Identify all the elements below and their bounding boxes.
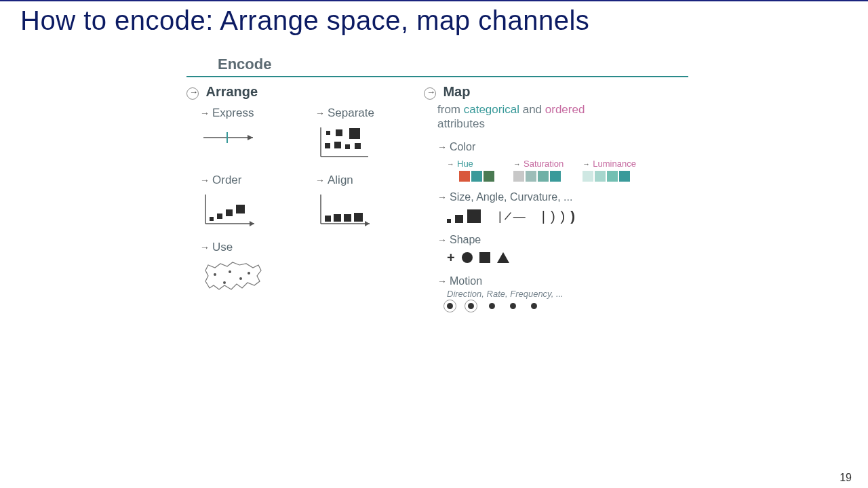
bullet-circle-arrow-icon — [424, 87, 436, 100]
svg-rect-17 — [226, 209, 233, 216]
separate-icon — [315, 124, 376, 161]
encode-header: Encode — [218, 56, 688, 73]
svg-point-29 — [223, 281, 226, 284]
shape-label: Shape — [450, 234, 481, 245]
plus-icon: + — [447, 250, 455, 266]
swatch — [607, 171, 618, 182]
arrange-align: →Align — [315, 174, 431, 228]
svg-rect-15 — [210, 217, 214, 221]
svg-rect-10 — [345, 144, 350, 149]
swatch — [513, 171, 524, 182]
svg-rect-18 — [236, 205, 245, 214]
svg-rect-11 — [355, 143, 361, 149]
svg-marker-1 — [248, 135, 253, 140]
svg-point-27 — [229, 270, 231, 273]
svg-point-30 — [248, 272, 250, 274]
svg-point-26 — [214, 273, 216, 276]
luminance-swatches — [583, 171, 636, 182]
motion-dot-icon — [447, 303, 453, 309]
map-color: →Color →Hue — [437, 141, 688, 182]
arrow-icon: → — [437, 276, 447, 287]
svg-rect-5 — [326, 131, 330, 135]
svg-marker-14 — [250, 221, 254, 226]
arrow-icon: → — [200, 175, 210, 186]
arrange-use: →Use — [200, 241, 315, 296]
swatch — [447, 171, 458, 182]
map-description: from categorical and ordered attributes — [437, 102, 688, 131]
swatch — [484, 171, 494, 182]
triangle-icon — [497, 252, 509, 263]
svg-rect-9 — [334, 142, 341, 148]
map-column: Map from categorical and ordered attribu… — [424, 84, 688, 319]
motion-subtitle: Direction, Rate, Frequency, ... — [447, 289, 688, 299]
map-size: →Size, Angle, Curvature, ... | / — — [437, 191, 688, 224]
motion-icons — [447, 303, 688, 309]
svg-rect-25 — [354, 213, 363, 222]
svg-marker-21 — [365, 221, 370, 226]
svg-rect-16 — [217, 214, 222, 219]
svg-rect-7 — [349, 128, 360, 139]
size-label: Size, Angle, Curvature, ... — [450, 191, 572, 203]
hue-swatches — [447, 171, 494, 182]
swatch — [595, 171, 606, 182]
svg-point-28 — [239, 277, 242, 280]
svg-rect-22 — [325, 216, 331, 222]
swatch — [619, 171, 630, 182]
svg-rect-24 — [344, 214, 351, 222]
arrange-express: →Express — [200, 106, 315, 161]
arrow-icon: → — [200, 108, 210, 119]
slide-title: How to encode: Arrange space, map channe… — [20, 5, 589, 36]
content-area: Encode Arrange →Express — [186, 56, 688, 319]
svg-rect-23 — [334, 214, 341, 222]
motion-label: Motion — [450, 275, 482, 287]
curvature-icon: |))) — [542, 209, 575, 224]
separate-label: Separate — [328, 106, 374, 119]
align-icon — [315, 191, 376, 228]
bullet-circle-arrow-icon — [186, 87, 199, 100]
circle-icon — [462, 252, 473, 263]
swatch — [538, 171, 549, 182]
swatch — [459, 171, 470, 182]
svg-rect-6 — [336, 129, 342, 136]
use-map-icon — [200, 258, 261, 296]
arrange-header: Arrange — [205, 84, 258, 99]
arrange-separate: →Separate — [315, 106, 431, 161]
align-label: Align — [328, 174, 353, 186]
square-icon — [479, 252, 490, 263]
shape-icons: + — [447, 250, 688, 266]
svg-rect-8 — [325, 143, 330, 148]
angle-icon: | / — — [498, 209, 524, 224]
express-label: Express — [212, 106, 254, 119]
map-motion: →Motion Direction, Rate, Frequency, ... — [437, 275, 688, 309]
arrow-icon: → — [437, 192, 447, 203]
swatch — [471, 171, 482, 182]
arrange-column: Arrange →Express — [186, 84, 424, 319]
arrow-icon: → — [200, 242, 210, 253]
saturation-swatches — [513, 171, 564, 182]
order-icon — [200, 191, 261, 228]
size-icon — [447, 209, 481, 223]
saturation-group: →Saturation — [513, 157, 564, 182]
luminance-group: →Luminance — [583, 157, 636, 182]
order-label: Order — [212, 174, 241, 186]
motion-dot-icon — [510, 303, 516, 309]
motion-dot-icon — [531, 303, 537, 309]
arrow-icon: → — [437, 235, 447, 245]
map-shape: →Shape + — [437, 234, 688, 266]
arrow-icon: → — [437, 142, 447, 152]
motion-dot-icon — [489, 303, 495, 309]
map-header: Map — [443, 84, 470, 99]
use-label: Use — [212, 241, 233, 253]
swatch — [526, 171, 536, 182]
arrange-order: →Order — [200, 174, 315, 228]
arrow-icon: → — [315, 175, 325, 186]
divider-line — [186, 76, 688, 77]
page-number: 19 — [840, 472, 852, 484]
color-label: Color — [450, 141, 475, 152]
hue-group: →Hue — [447, 157, 494, 182]
swatch — [550, 171, 561, 182]
arrow-icon: → — [315, 108, 325, 119]
motion-dot-icon — [468, 303, 474, 309]
express-icon — [200, 124, 261, 161]
swatch — [583, 171, 593, 182]
